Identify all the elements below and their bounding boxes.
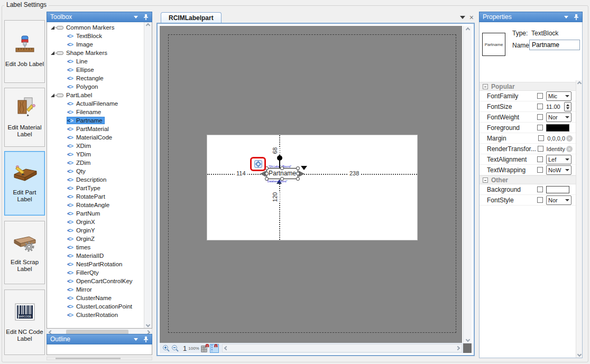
tree-item-zdim[interactable]: <>ZDim	[47, 158, 144, 167]
fontsize-stepper[interactable]: 11.00	[546, 102, 571, 111]
scroll-up-icon[interactable]	[465, 27, 469, 32]
window-position-icon[interactable]	[134, 16, 138, 18]
resize-handle-n[interactable]	[280, 166, 284, 170]
tree-item-partlabel[interactable]: PartLabel	[47, 91, 144, 99]
tree-item-materialcode[interactable]: <>MaterialCode	[47, 133, 144, 142]
textwrapping-checkbox[interactable]	[537, 167, 543, 173]
rendertransfor-checkbox[interactable]	[538, 146, 543, 152]
move-anchor-icon[interactable]	[254, 160, 262, 168]
fontfamily-dropdown[interactable]: Mic	[546, 91, 571, 101]
scroll-up-icon[interactable]	[146, 23, 150, 27]
pin-icon[interactable]	[143, 336, 149, 343]
tree-item-qty[interactable]: <>Qty	[47, 167, 144, 175]
name-input[interactable]	[529, 40, 580, 50]
textalignment-dropdown[interactable]: Lef	[546, 155, 571, 164]
margin-clear-button[interactable]: ×	[566, 135, 573, 142]
resize-handle-e[interactable]	[296, 172, 300, 175]
expander-icon[interactable]	[51, 26, 54, 30]
scroll-down-icon[interactable]	[577, 352, 581, 357]
fontstyle-checkbox[interactable]	[537, 197, 543, 203]
tree-item-filename[interactable]: <>Filename	[47, 108, 144, 116]
background-color-swatch[interactable]	[546, 186, 569, 193]
tree-item-times[interactable]: <>times	[47, 243, 144, 251]
edit-job-label-button[interactable]: Edit Job Label	[4, 20, 45, 83]
resize-handle-se[interactable]	[296, 177, 300, 181]
tree-item-orginz[interactable]: <>OrginZ	[47, 235, 144, 243]
rendertransfor-clear-button[interactable]: ×	[566, 146, 573, 152]
tree-item-fillerqty[interactable]: <>FillerQty	[47, 268, 144, 277]
edit-part-label-button[interactable]: Edit Part Label	[4, 151, 45, 216]
tree-item-mirror[interactable]: <>Mirror	[47, 285, 144, 294]
tab-rcimlabelpart[interactable]: RCIMLabelpart	[161, 12, 222, 23]
tree-item-line[interactable]: <>Line	[47, 57, 144, 66]
snap-to-grid-toggle[interactable]	[201, 344, 210, 353]
tab-list-icon[interactable]	[460, 16, 465, 19]
tree-item-orginy[interactable]: <>OrginY	[47, 226, 144, 235]
fontstyle-dropdown[interactable]: Nor	[546, 195, 571, 205]
tree-item-opencartcontrolkey[interactable]: <>OpenCartControlKey	[47, 277, 144, 285]
textalignment-checkbox[interactable]	[537, 156, 543, 162]
zoom-out-button[interactable]	[171, 344, 180, 353]
expander-icon[interactable]	[51, 94, 54, 97]
tree-item-rotateangle[interactable]: <>RotateAngle	[47, 201, 144, 209]
tree-item-rectangle[interactable]: <>Rectangle	[47, 74, 144, 82]
tree-item-shape markers[interactable]: Shape Markers	[47, 49, 144, 57]
tree-item-clusterrotation[interactable]: <>ClusterRotation	[47, 311, 144, 319]
resize-handle-s[interactable]	[280, 177, 284, 181]
foreground-color-swatch[interactable]	[546, 124, 569, 132]
properties-scrollbar[interactable]	[576, 80, 582, 358]
scroll-left-icon[interactable]	[224, 346, 228, 350]
tree-item-clusterlocationpoint[interactable]: <>ClusterLocationPoint	[47, 302, 144, 311]
background-checkbox[interactable]	[537, 186, 543, 192]
fontsize-checkbox[interactable]	[537, 104, 543, 109]
tree-item-ydim[interactable]: <>YDim	[47, 150, 144, 158]
resize-handle-w[interactable]	[265, 172, 269, 175]
edit-material-label-button[interactable]: Edit Material Label	[4, 88, 45, 147]
tree-item-nestpartrotation[interactable]: <>NestPartRotation	[47, 260, 144, 268]
element-menu-icon[interactable]	[301, 166, 307, 170]
tree-item-partname[interactable]: <>Partname	[47, 116, 144, 125]
tree-item-common markers[interactable]: Common Markers	[47, 23, 144, 32]
resize-handle-sw[interactable]	[265, 177, 269, 181]
snap-to-guides-toggle[interactable]	[210, 344, 219, 353]
tree-item-clustername[interactable]: <>ClusterName	[47, 294, 144, 302]
fontfamily-checkbox[interactable]	[537, 93, 543, 99]
canvas-horizontal-scrollbar[interactable]	[222, 344, 462, 352]
tree-item-partmaterial[interactable]: <>PartMaterial	[47, 125, 144, 133]
scroll-right-icon[interactable]	[456, 346, 460, 350]
edit-nc-code-label-button[interactable]: BARCODE Edit NC Code Label	[4, 290, 45, 355]
pin-icon[interactable]	[143, 14, 149, 21]
edit-scrap-label-button[interactable]: Edit Scrap Label	[4, 221, 45, 284]
close-icon[interactable]: ×	[469, 14, 474, 21]
textwrapping-dropdown[interactable]: NoW	[546, 165, 571, 175]
fontweight-checkbox[interactable]	[537, 114, 543, 120]
tree-item-partnum[interactable]: <>PartNum	[47, 209, 144, 218]
window-position-icon[interactable]	[564, 16, 568, 18]
window-position-icon[interactable]	[134, 338, 138, 341]
zoom-in-button[interactable]	[162, 344, 171, 353]
tree-item-textblock[interactable]: <>TextBlock	[47, 32, 144, 40]
canvas-vertical-scrollbar[interactable]	[463, 26, 472, 343]
tree-item-image[interactable]: <>Image	[47, 40, 144, 49]
foreground-checkbox[interactable]	[537, 125, 543, 130]
tree-item-description[interactable]: <>Description	[47, 175, 144, 184]
tree-item-ellipse[interactable]: <>Ellipse	[47, 66, 144, 74]
fontweight-dropdown[interactable]: Nor	[546, 113, 571, 122]
tree-item-parttype[interactable]: <>PartType	[47, 184, 144, 192]
scroll-down-icon[interactable]	[146, 323, 150, 327]
collapse-icon[interactable]	[483, 84, 488, 89]
design-surface[interactable]: 114 238 68 120	[160, 26, 462, 343]
tree-item-actualfilename[interactable]: <>ActualFilename	[47, 99, 144, 108]
outline-scrollbar[interactable]	[47, 357, 152, 360]
expander-icon[interactable]	[51, 51, 54, 55]
pin-icon[interactable]	[574, 14, 579, 21]
label-sheet[interactable]: 114 238 68 120	[207, 135, 418, 240]
resize-handle-ne[interactable]	[296, 166, 300, 170]
margin-checkbox[interactable]	[538, 135, 544, 141]
scroll-down-icon[interactable]	[465, 338, 469, 342]
tree-item-rotatepart[interactable]: <>RotatePart	[47, 192, 144, 201]
collapse-icon[interactable]	[483, 178, 488, 183]
scroll-up-icon[interactable]	[577, 81, 581, 86]
selected-tree-item[interactable]: <>Partname	[67, 117, 104, 124]
tree-item-orginx[interactable]: <>OrginX	[47, 218, 144, 226]
